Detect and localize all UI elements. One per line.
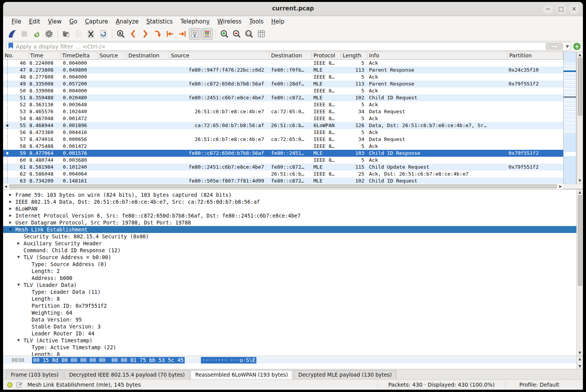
packet-row[interactable]: 608.4807440.003680IEEE 8…5Ack <box>3 157 563 164</box>
capture-comment-icon[interactable] <box>16 382 22 388</box>
scrollbar-thumb[interactable] <box>578 58 582 116</box>
menu-wireless[interactable]: Wireless <box>214 17 246 26</box>
packet-row[interactable]: 488.2778080.004000IEEE 8…5Ack <box>3 74 563 80</box>
detail-line[interactable]: Stable Data Version: 3 <box>3 323 576 330</box>
detail-line-selected[interactable]: ▼Mesh Link Establishment <box>3 226 576 233</box>
column-header-source[interactable]: Source <box>98 52 127 59</box>
wireshark-start-icon[interactable] <box>6 28 18 40</box>
zoom-out-icon[interactable] <box>231 28 242 40</box>
close-button[interactable]: × <box>569 4 579 14</box>
expand-arrow-icon[interactable]: ▶ <box>8 219 13 226</box>
menu-telephony[interactable]: Telephony <box>177 17 214 26</box>
expand-arrow-icon[interactable]: ▶ <box>8 198 13 205</box>
detail-line[interactable]: ▶Frame 59: 103 bytes on wire (824 bits),… <box>3 191 576 198</box>
menu-go[interactable]: Go <box>66 17 81 26</box>
detail-line[interactable]: ▶User Datagram Protocol, Src Port: 19788… <box>3 219 576 226</box>
menu-analyze[interactable]: Analyze <box>112 17 142 26</box>
menu-view[interactable]: View <box>44 17 66 26</box>
menu-edit[interactable]: Edit <box>25 17 44 26</box>
scroll-down-arrow[interactable]: ▼ <box>577 178 583 184</box>
packet-list-scrollbar[interactable]: ▲ ▼ <box>576 52 583 184</box>
detail-line[interactable]: Weighting: 64 <box>3 309 576 316</box>
packet-row[interactable]: 528.3631360.003648IEEE 8…5Ack <box>3 101 563 108</box>
menu-file[interactable]: File <box>8 17 25 26</box>
restart-capture-icon[interactable] <box>31 28 42 40</box>
detail-line[interactable]: Command: Child ID Response (12) <box>3 247 576 254</box>
first-packet-icon[interactable] <box>164 28 176 40</box>
colorize-packets-icon[interactable] <box>201 28 213 40</box>
expand-arrow-icon[interactable]: ▶ <box>8 205 13 212</box>
detail-line[interactable]: Data Version: 95 <box>3 316 576 323</box>
scroll-right-arrow[interactable]: ▶ <box>558 184 563 188</box>
detail-line[interactable]: Partition ID: 0x79f551f2 <box>3 302 576 309</box>
display-filter-input[interactable] <box>16 44 544 50</box>
minimize-button[interactable]: − <box>543 4 553 14</box>
capture-options-icon[interactable] <box>43 28 55 40</box>
detail-line[interactable]: Length: 8 <box>3 351 576 356</box>
bookmark-icon[interactable] <box>8 42 13 51</box>
expand-arrow-icon[interactable]: ▶ <box>8 212 13 219</box>
byte-tab-2[interactable]: Reassembled 6LoWPAN (193 bytes) <box>190 370 293 379</box>
detail-line[interactable]: Type: Source Address (0) <box>3 261 576 268</box>
byte-tab-1[interactable]: Decrypted IEEE 802.15.4 payload (70 byte… <box>64 370 189 379</box>
collapse-arrow-icon[interactable]: ▼ <box>16 281 21 288</box>
detail-line[interactable]: ▼TLV (Active Timestamp) <box>3 337 576 344</box>
packet-row[interactable]: 538.4655760.10244026:51:c6:b7:e8:ce:4b:e… <box>3 108 563 115</box>
scroll-down-arrow[interactable]: ▼ <box>577 364 583 369</box>
filter-dropdown-caret[interactable]: ▼ <box>566 44 569 49</box>
expert-info-icon[interactable] <box>7 382 13 388</box>
scrollbar-thumb[interactable] <box>578 195 582 286</box>
next-packet-icon[interactable] <box>140 28 151 40</box>
scroll-down-arrow[interactable]: ▼ <box>577 350 583 356</box>
display-filter-box[interactable]: ▼ <box>6 42 571 51</box>
hex-ascii-selected[interactable]: ········ ···u·S\E <box>201 357 256 364</box>
byte-tab-0[interactable]: Frame (103 bytes) <box>6 370 63 379</box>
detail-line[interactable]: Address: b000 <box>3 275 576 281</box>
column-header-info[interactable]: Info <box>367 52 508 59</box>
detail-line[interactable]: Leader Router ID: 44 <box>3 330 576 337</box>
packet-row[interactable]: 498.3350080.057200fe80::c872:650d:b7b8:5… <box>3 80 563 87</box>
expand-arrow-icon[interactable]: ▶ <box>16 240 21 247</box>
titlebar[interactable]: current.pcap − □ × <box>3 2 583 16</box>
column-header-timedelta[interactable]: TimeDelta <box>61 52 98 59</box>
apply-filter-button[interactable] <box>546 43 563 50</box>
scroll-up-arrow[interactable]: ▲ <box>577 52 583 58</box>
detail-line[interactable]: ▶Auxiliary Security Header <box>3 240 576 247</box>
packet-row[interactable]: 628.5860480.00406426:51:c6:b…IEEE 8…25Ac… <box>3 171 563 178</box>
menu-tools[interactable]: Tools <box>246 17 268 26</box>
column-header-length[interactable]: Length <box>341 52 367 59</box>
hex-dump-row[interactable]: 0030 00 15 0d 00 00 00 00 00 00 00 01 75… <box>3 357 576 364</box>
maximize-button[interactable]: □ <box>556 4 566 14</box>
close-file-icon[interactable] <box>85 28 97 40</box>
packet-bytes-scrollbar[interactable]: ▲ ▼ <box>576 356 583 369</box>
packet-list-header[interactable]: No.TimeTimeDeltaSourceDestinationSourceD… <box>3 52 563 60</box>
reload-file-icon[interactable] <box>98 28 109 40</box>
detail-line[interactable]: Length: 8 <box>3 295 576 302</box>
byte-tab-3[interactable]: Decrypted MLE payload (130 bytes) <box>294 370 396 379</box>
column-header-protocol[interactable]: Protocol <box>312 52 341 59</box>
detail-line[interactable]: ▼TLV (Source Address = b0:00) <box>3 254 576 261</box>
packet-row-selected[interactable]: 598.4770640.001576fe80::c872:650d:b7b8:5… <box>3 150 563 157</box>
add-filter-button[interactable]: + <box>573 43 581 50</box>
column-header-destination[interactable]: Destination <box>127 52 169 59</box>
detail-line[interactable]: ▶Internet Protocol Version 6, Src: fe80:… <box>3 212 576 219</box>
collapse-arrow-icon[interactable]: ▼ <box>16 254 21 261</box>
packet-list-hscrollbar[interactable]: ◀ ▶ <box>3 184 583 189</box>
packet-row[interactable]: 588.4754880.001472IEEE 8…5Ack <box>3 143 563 150</box>
detail-line[interactable]: ▶IEEE 802.15.4 Data, Dst: 26:51:c6:b7:e8… <box>3 198 576 205</box>
detail-line[interactable]: Security Suite: 802.15.4 Security (0x00) <box>3 233 576 240</box>
menu-help[interactable]: Help <box>268 17 288 26</box>
packet-row[interactable]: 578.4740160.00065626:51:c6:b7:e8:ce:4b:e… <box>3 136 563 143</box>
packet-row[interactable]: 638.7342090.148161fe80::505e:f807:7f81:4… <box>3 178 563 184</box>
status-profile[interactable]: Profile: Default <box>505 382 578 388</box>
column-header-no-[interactable]: No. <box>3 52 29 59</box>
goto-packet-icon[interactable] <box>152 28 163 40</box>
detail-line[interactable]: ▼TLV (Leader Data) <box>3 281 576 288</box>
column-header-destination[interactable]: Destination <box>269 52 312 59</box>
last-packet-icon[interactable] <box>177 28 188 40</box>
packet-row[interactable]: 518.3594880.020480fe80::2451:c6b7:e8ce:4… <box>3 94 563 101</box>
packet-detail-scrollbar[interactable]: ▲ ▼ <box>576 189 583 356</box>
packet-row[interactable]: 548.4670480.001472IEEE 8…5Ack <box>3 115 563 122</box>
packet-row[interactable]: 478.2738080.049800fe80::947f:f476:22bc:c… <box>3 67 563 74</box>
hex-bytes-selected[interactable]: 00 15 0d 00 00 00 00 00 00 00 01 75 bb 5… <box>32 357 185 364</box>
